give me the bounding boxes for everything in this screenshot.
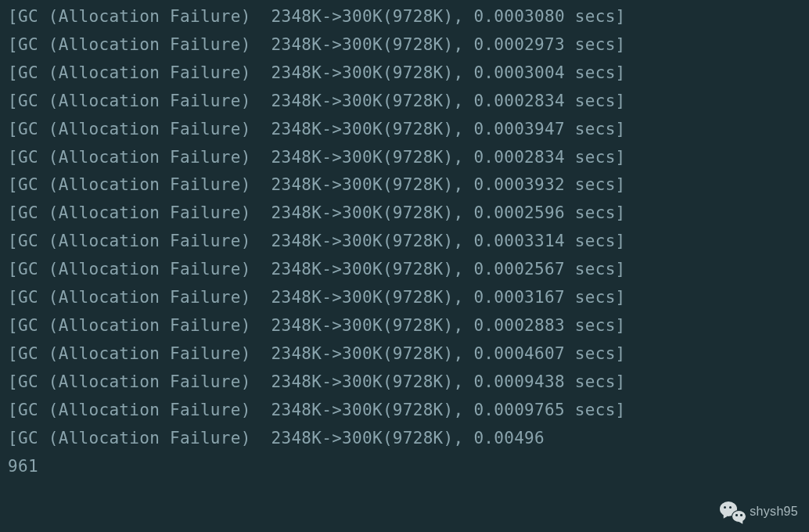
watermark-text: shysh95 bbox=[750, 501, 798, 522]
gc-log-line: [GC (Allocation Failure) 2348K->300K(972… bbox=[8, 256, 801, 284]
gc-log-line: [GC (Allocation Failure) 2348K->300K(972… bbox=[8, 397, 801, 425]
watermark: shysh95 bbox=[720, 501, 798, 523]
terminal-log: [GC (Allocation Failure) 2348K->300K(972… bbox=[8, 3, 801, 480]
gc-log-line: [GC (Allocation Failure) 2348K->300K(972… bbox=[8, 368, 801, 397]
gc-log-line: [GC (Allocation Failure) 2348K->300K(972… bbox=[8, 3, 801, 31]
gc-log-line: [GC (Allocation Failure) 2348K->300K(972… bbox=[8, 425, 801, 453]
wechat-icon bbox=[720, 501, 746, 523]
log-trailing: 961 bbox=[8, 453, 801, 481]
gc-log-line: [GC (Allocation Failure) 2348K->300K(972… bbox=[8, 284, 801, 312]
gc-log-line: [GC (Allocation Failure) 2348K->300K(972… bbox=[8, 144, 801, 172]
gc-log-line: [GC (Allocation Failure) 2348K->300K(972… bbox=[8, 312, 801, 340]
gc-log-line: [GC (Allocation Failure) 2348K->300K(972… bbox=[8, 59, 801, 88]
gc-log-line: [GC (Allocation Failure) 2348K->300K(972… bbox=[8, 228, 801, 256]
gc-log-line: [GC (Allocation Failure) 2348K->300K(972… bbox=[8, 171, 801, 200]
gc-log-line: [GC (Allocation Failure) 2348K->300K(972… bbox=[8, 116, 801, 144]
gc-log-line: [GC (Allocation Failure) 2348K->300K(972… bbox=[8, 200, 801, 228]
gc-log-line: [GC (Allocation Failure) 2348K->300K(972… bbox=[8, 31, 801, 59]
gc-log-line: [GC (Allocation Failure) 2348K->300K(972… bbox=[8, 340, 801, 368]
gc-log-line: [GC (Allocation Failure) 2348K->300K(972… bbox=[8, 88, 801, 116]
